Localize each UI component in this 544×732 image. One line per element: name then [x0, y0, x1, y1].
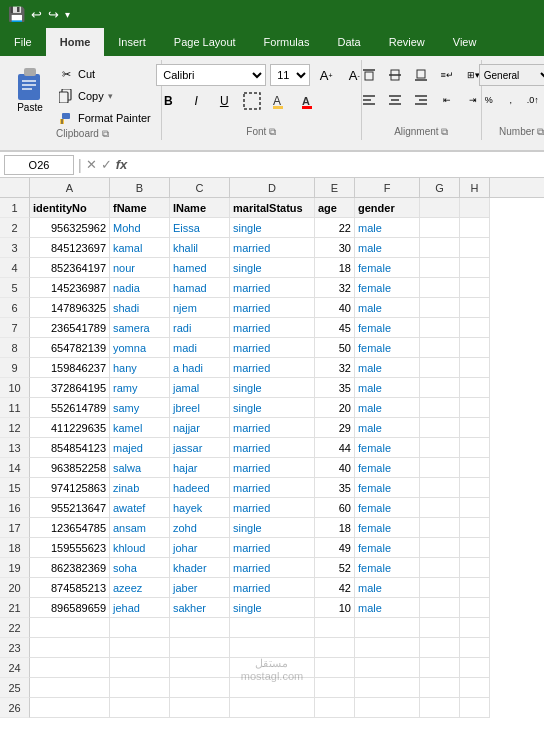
cell[interactable]: married	[230, 238, 315, 258]
cell[interactable]: shadi	[110, 298, 170, 318]
row-number[interactable]: 10	[0, 378, 30, 398]
cell[interactable]	[460, 438, 490, 458]
align-center-button[interactable]	[383, 89, 407, 111]
row-number[interactable]: 8	[0, 338, 30, 358]
cell[interactable]: gender	[355, 198, 420, 218]
cell[interactable]: najjar	[170, 418, 230, 438]
cell[interactable]: single	[230, 398, 315, 418]
cell[interactable]	[460, 578, 490, 598]
cell[interactable]	[460, 318, 490, 338]
cell[interactable]: ramy	[110, 378, 170, 398]
tab-data[interactable]: Data	[323, 28, 374, 56]
cell[interactable]: married	[230, 558, 315, 578]
col-header-d[interactable]: D	[230, 178, 315, 197]
cell[interactable]	[30, 618, 110, 638]
cell[interactable]: jaber	[170, 578, 230, 598]
cell[interactable]	[420, 558, 460, 578]
cell[interactable]: hamed	[170, 258, 230, 278]
italic-button[interactable]: I	[184, 90, 208, 112]
insert-function-icon[interactable]: fx	[116, 157, 128, 172]
format-painter-button[interactable]: Format Painter	[54, 108, 155, 128]
cell[interactable]: 852364197	[30, 258, 110, 278]
cell[interactable]	[460, 478, 490, 498]
cell[interactable]: 654782139	[30, 338, 110, 358]
cell[interactable]	[230, 698, 315, 718]
cell[interactable]: 372864195	[30, 378, 110, 398]
row-number[interactable]: 9	[0, 358, 30, 378]
cell[interactable]	[460, 698, 490, 718]
cell[interactable]: 49	[315, 538, 355, 558]
row-number[interactable]: 2	[0, 218, 30, 238]
cell[interactable]: male	[355, 578, 420, 598]
cell[interactable]: 854854123	[30, 438, 110, 458]
row-number[interactable]: 25	[0, 678, 30, 698]
row-number[interactable]: 5	[0, 278, 30, 298]
tab-file[interactable]: File	[0, 28, 46, 56]
cell[interactable]	[315, 678, 355, 698]
cell[interactable]: sakher	[170, 598, 230, 618]
cell[interactable]	[420, 378, 460, 398]
cell[interactable]	[230, 658, 315, 678]
cell[interactable]: 40	[315, 298, 355, 318]
cell[interactable]: single	[230, 518, 315, 538]
cell[interactable]	[420, 638, 460, 658]
cell[interactable]	[460, 298, 490, 318]
cell[interactable]	[420, 658, 460, 678]
fill-color-button[interactable]: A	[268, 90, 292, 112]
cell[interactable]	[460, 498, 490, 518]
cell[interactable]	[420, 538, 460, 558]
cell[interactable]: 42	[315, 578, 355, 598]
cell[interactable]: hadeed	[170, 478, 230, 498]
cell[interactable]: married	[230, 318, 315, 338]
cell[interactable]: married	[230, 538, 315, 558]
wrap-text-button[interactable]: ≡↵	[435, 64, 459, 86]
cell[interactable]: kamal	[110, 238, 170, 258]
cell[interactable]: radi	[170, 318, 230, 338]
cell[interactable]: married	[230, 438, 315, 458]
cell[interactable]: njem	[170, 298, 230, 318]
cell[interactable]	[460, 198, 490, 218]
row-number[interactable]: 3	[0, 238, 30, 258]
cell[interactable]	[355, 638, 420, 658]
cell[interactable]	[420, 458, 460, 478]
align-middle-button[interactable]	[383, 64, 407, 86]
row-number[interactable]: 22	[0, 618, 30, 638]
cell[interactable]: 18	[315, 518, 355, 538]
cell[interactable]: 896589659	[30, 598, 110, 618]
cell[interactable]: 52	[315, 558, 355, 578]
cell[interactable]: single	[230, 218, 315, 238]
cell[interactable]: zinab	[110, 478, 170, 498]
cell[interactable]: 845123697	[30, 238, 110, 258]
col-header-e[interactable]: E	[315, 178, 355, 197]
row-number[interactable]: 14	[0, 458, 30, 478]
cell[interactable]: married	[230, 418, 315, 438]
cell[interactable]	[110, 678, 170, 698]
cut-button[interactable]: ✂ Cut	[54, 64, 155, 84]
cancel-formula-icon[interactable]: ✕	[86, 157, 97, 172]
align-top-button[interactable]	[357, 64, 381, 86]
cell[interactable]: ansam	[110, 518, 170, 538]
cell[interactable]: samy	[110, 398, 170, 418]
cell[interactable]	[170, 618, 230, 638]
cell[interactable]	[420, 338, 460, 358]
cell[interactable]: married	[230, 578, 315, 598]
cell[interactable]	[460, 238, 490, 258]
paste-button[interactable]: Paste	[10, 64, 50, 117]
cell[interactable]: married	[230, 498, 315, 518]
cell[interactable]	[315, 698, 355, 718]
tab-review[interactable]: Review	[375, 28, 439, 56]
cell[interactable]	[30, 658, 110, 678]
cell[interactable]: jbreel	[170, 398, 230, 418]
cell[interactable]: madi	[170, 338, 230, 358]
cell[interactable]: a hadi	[170, 358, 230, 378]
cell[interactable]: 30	[315, 238, 355, 258]
cell[interactable]: 956325962	[30, 218, 110, 238]
cell[interactable]: samera	[110, 318, 170, 338]
row-number[interactable]: 19	[0, 558, 30, 578]
cell[interactable]: nadia	[110, 278, 170, 298]
cell[interactable]: male	[355, 358, 420, 378]
cell[interactable]: yomna	[110, 338, 170, 358]
cell[interactable]: 32	[315, 278, 355, 298]
redo-icon[interactable]: ↪	[48, 7, 59, 22]
tab-page-layout[interactable]: Page Layout	[160, 28, 250, 56]
